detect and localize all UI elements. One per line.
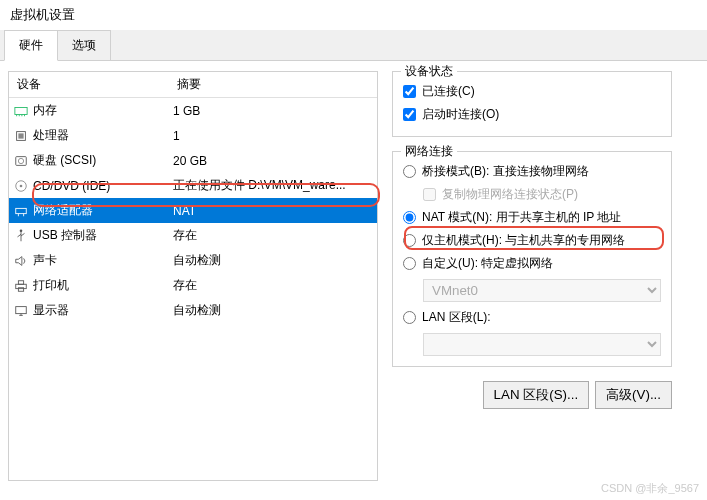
printer-icon — [9, 278, 29, 293]
device-summary: 存在 — [169, 225, 377, 246]
device-label: 处理器 — [29, 125, 169, 146]
usb-icon — [9, 228, 29, 243]
vmnet-select: VMnet0 — [423, 279, 661, 302]
device-summary: 自动检测 — [169, 250, 377, 271]
svg-rect-11 — [16, 208, 27, 213]
connect-on-start-input[interactable] — [403, 108, 416, 121]
device-list: 设备 摘要 内存1 GB处理器1硬盘 (SCSI)20 GBCD/DVD (ID… — [8, 71, 378, 481]
tab-hardware[interactable]: 硬件 — [4, 30, 58, 61]
custom-mode-radio[interactable]: 自定义(U): 特定虚拟网络 — [403, 252, 661, 275]
lan-segment-button[interactable]: LAN 区段(S)... — [483, 381, 590, 409]
column-device-header: 设备 — [9, 72, 169, 97]
device-label: 声卡 — [29, 250, 169, 271]
device-summary: 1 GB — [169, 102, 377, 120]
network-icon — [9, 203, 29, 218]
device-label: 内存 — [29, 100, 169, 121]
tab-options[interactable]: 选项 — [57, 30, 111, 60]
tab-bar: 硬件 选项 — [0, 30, 707, 61]
lan-segment-radio[interactable]: LAN 区段(L): — [403, 306, 661, 329]
device-summary: NAT — [169, 202, 377, 220]
hostonly-mode-radio[interactable]: 仅主机模式(H): 与主机共享的专用网络 — [403, 229, 661, 252]
disk-icon — [9, 153, 29, 168]
svg-rect-0 — [15, 107, 27, 114]
device-row-printer[interactable]: 打印机存在 — [9, 273, 377, 298]
svg-rect-22 — [16, 307, 27, 314]
status-legend: 设备状态 — [401, 63, 457, 80]
svg-line-16 — [18, 234, 22, 237]
svg-line-17 — [21, 233, 25, 236]
replicate-checkbox: 复制物理网络连接状态(P) — [423, 183, 661, 206]
svg-rect-6 — [18, 133, 23, 138]
device-status-group: 设备状态 已连接(C) 启动时连接(O) — [392, 71, 672, 137]
memory-icon — [9, 103, 29, 118]
device-label: 打印机 — [29, 275, 169, 296]
connect-on-start-checkbox[interactable]: 启动时连接(O) — [403, 103, 661, 126]
watermark: CSDN @非余_9567 — [601, 481, 699, 496]
device-summary: 存在 — [169, 275, 377, 296]
device-label: 显示器 — [29, 300, 169, 321]
device-row-cpu[interactable]: 处理器1 — [9, 123, 377, 148]
device-label: 硬盘 (SCSI) — [29, 150, 169, 171]
connected-input[interactable] — [403, 85, 416, 98]
window-title: 虚拟机设置 — [0, 0, 707, 30]
bridge-mode-radio[interactable]: 桥接模式(B): 直接连接物理网络 — [403, 160, 661, 183]
device-row-disc[interactable]: CD/DVD (IDE)正在使用文件 D:\VM\VM_ware... — [9, 173, 377, 198]
network-legend: 网络连接 — [401, 143, 457, 160]
device-summary: 20 GB — [169, 152, 377, 170]
device-label: USB 控制器 — [29, 225, 169, 246]
disc-icon — [9, 178, 29, 193]
svg-point-10 — [20, 185, 23, 188]
svg-point-8 — [18, 158, 23, 163]
cpu-icon — [9, 128, 29, 143]
display-icon — [9, 303, 29, 318]
device-row-usb[interactable]: USB 控制器存在 — [9, 223, 377, 248]
connected-checkbox[interactable]: 已连接(C) — [403, 80, 661, 103]
nat-mode-radio[interactable]: NAT 模式(N): 用于共享主机的 IP 地址 — [403, 206, 661, 229]
device-row-network[interactable]: 网络适配器NAT — [9, 198, 377, 223]
sound-icon — [9, 253, 29, 268]
lan-segment-select — [423, 333, 661, 356]
device-label: 网络适配器 — [29, 200, 169, 221]
device-label: CD/DVD (IDE) — [29, 177, 169, 195]
device-row-memory[interactable]: 内存1 GB — [9, 98, 377, 123]
device-row-sound[interactable]: 声卡自动检测 — [9, 248, 377, 273]
advanced-button[interactable]: 高级(V)... — [595, 381, 672, 409]
device-summary: 自动检测 — [169, 300, 377, 321]
svg-point-15 — [20, 229, 23, 232]
device-summary: 正在使用文件 D:\VM\VM_ware... — [169, 175, 377, 196]
svg-rect-20 — [18, 281, 23, 285]
device-summary: 1 — [169, 127, 377, 145]
column-summary-header: 摘要 — [169, 72, 377, 97]
svg-marker-18 — [16, 257, 22, 266]
device-row-display[interactable]: 显示器自动检测 — [9, 298, 377, 323]
network-connection-group: 网络连接 桥接模式(B): 直接连接物理网络 复制物理网络连接状态(P) NAT… — [392, 151, 672, 367]
device-row-disk[interactable]: 硬盘 (SCSI)20 GB — [9, 148, 377, 173]
